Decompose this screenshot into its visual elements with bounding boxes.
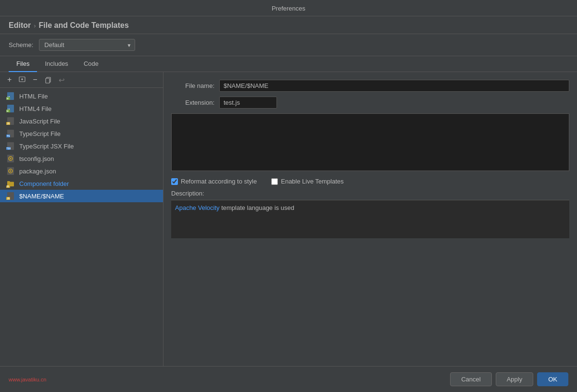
- list-item[interactable]: H H HTML4 File: [0, 102, 163, 115]
- js-file-icon: JS: [6, 117, 15, 125]
- list-item-label: HTML4 File: [19, 105, 51, 112]
- name-name-icon: JS: [6, 192, 15, 200]
- list-item[interactable]: package.json: [0, 165, 163, 177]
- list-item[interactable]: tsconfig.json: [0, 152, 163, 165]
- list-item[interactable]: JS $NAME/$NAME: [0, 190, 163, 202]
- reformat-checkbox[interactable]: [171, 178, 178, 185]
- tsx-file-icon: TSX: [6, 142, 15, 150]
- list-item-label: TypeScript File: [19, 130, 61, 137]
- remove-template-button[interactable]: −: [30, 75, 39, 85]
- svg-text:TS: TS: [7, 135, 10, 137]
- list-item-label: package.json: [19, 168, 56, 175]
- list-item[interactable]: H H HTML File: [0, 90, 163, 102]
- code-editor-area[interactable]: [171, 113, 569, 171]
- file-list: H H HTML File H H: [0, 88, 163, 366]
- extension-label: Extension:: [171, 99, 214, 106]
- svg-text:JS: JS: [7, 185, 10, 188]
- breadcrumb-current: File and Code Templates: [39, 21, 129, 30]
- extension-row: Extension:: [171, 97, 569, 109]
- list-item[interactable]: TS TypeScript File: [0, 127, 163, 140]
- description-box: Apache Velocity template language is use…: [171, 200, 569, 238]
- apache-velocity-link[interactable]: Apache Velocity: [175, 204, 220, 211]
- file-list-toolbar: + −: [0, 72, 163, 88]
- tabs-row: Files Includes Code: [0, 56, 577, 72]
- live-templates-checkbox[interactable]: [271, 178, 278, 185]
- scheme-wrapper: Default Project: [39, 39, 135, 51]
- list-item-label: tsconfig.json: [19, 155, 54, 162]
- breadcrumb: Editor › File and Code Templates: [0, 16, 577, 34]
- tab-files[interactable]: Files: [9, 56, 37, 72]
- reset-template-button[interactable]: ↩: [56, 75, 67, 85]
- component-folder-icon: JS: [6, 179, 15, 188]
- svg-text:TSX: TSX: [7, 147, 11, 150]
- reformat-label: Reformat according to style: [181, 178, 257, 185]
- title-bar: Preferences: [0, 0, 577, 16]
- list-item-label: TypeScript JSX File: [19, 143, 74, 150]
- svg-text:H: H: [7, 97, 9, 100]
- list-item[interactable]: TSX TypeScript JSX File: [0, 140, 163, 152]
- reset-icon: ↩: [59, 76, 65, 84]
- scheme-label: Scheme:: [9, 41, 33, 49]
- list-item[interactable]: JS JavaScript File: [0, 115, 163, 127]
- html4-file-icon: H H: [6, 104, 15, 113]
- extension-input[interactable]: [219, 97, 277, 109]
- svg-text:JS: JS: [7, 122, 10, 125]
- reformat-checkbox-label[interactable]: Reformat according to style: [171, 178, 257, 185]
- svg-text:JS: JS: [7, 197, 10, 200]
- tsconfig-icon: [6, 154, 15, 163]
- left-panel: + −: [0, 72, 163, 366]
- action-buttons: Cancel Apply OK: [450, 372, 568, 386]
- preferences-dialog: Preferences Editor › File and Code Templ…: [0, 0, 577, 392]
- cancel-button[interactable]: Cancel: [450, 372, 491, 386]
- right-panel: File name: Extension: Reformat according…: [163, 72, 577, 366]
- svg-text:H: H: [7, 110, 9, 112]
- filename-label: File name:: [171, 82, 214, 89]
- add-child-button[interactable]: [16, 75, 28, 85]
- main-content: + −: [0, 72, 577, 366]
- add-child-icon: [18, 76, 26, 84]
- bottom-bar: www.javatiku.cn Cancel Apply OK: [0, 366, 577, 392]
- html-file-icon: H H: [6, 92, 15, 100]
- description-text: template language is used: [220, 204, 294, 211]
- svg-rect-4: [46, 78, 50, 83]
- watermark: www.javatiku.cn: [9, 377, 46, 382]
- filename-input[interactable]: [219, 80, 569, 92]
- breadcrumb-parent: Editor: [9, 21, 31, 30]
- package-icon: [6, 167, 15, 175]
- tab-includes[interactable]: Includes: [37, 56, 75, 72]
- list-item-label: HTML File: [19, 93, 48, 100]
- breadcrumb-separator: ›: [34, 22, 36, 29]
- tab-code[interactable]: Code: [76, 56, 106, 72]
- live-templates-label: Enable Live Templates: [281, 178, 344, 185]
- svg-point-27: [10, 171, 12, 172]
- svg-point-24: [10, 158, 12, 159]
- copy-icon: [44, 76, 52, 84]
- copy-template-button[interactable]: [42, 75, 54, 85]
- description-label: Description:: [171, 190, 569, 197]
- scheme-select[interactable]: Default Project: [39, 39, 135, 51]
- apply-button[interactable]: Apply: [496, 372, 534, 386]
- dialog-title: Preferences: [272, 5, 305, 12]
- list-item-label: $NAME/$NAME: [19, 193, 64, 200]
- scheme-row: Scheme: Default Project: [0, 34, 577, 56]
- add-template-button[interactable]: +: [5, 75, 14, 85]
- list-item-label: Component folder: [19, 180, 69, 187]
- ts-file-icon: TS: [6, 129, 15, 138]
- filename-row: File name:: [171, 80, 569, 92]
- list-item[interactable]: JS Component folder: [0, 177, 163, 190]
- live-templates-checkbox-label[interactable]: Enable Live Templates: [271, 178, 344, 185]
- list-item-label: JavaScript File: [19, 118, 60, 125]
- ok-button[interactable]: OK: [537, 372, 568, 386]
- description-section: Description: Apache Velocity template la…: [171, 190, 569, 238]
- options-row: Reformat according to style Enable Live …: [171, 176, 569, 185]
